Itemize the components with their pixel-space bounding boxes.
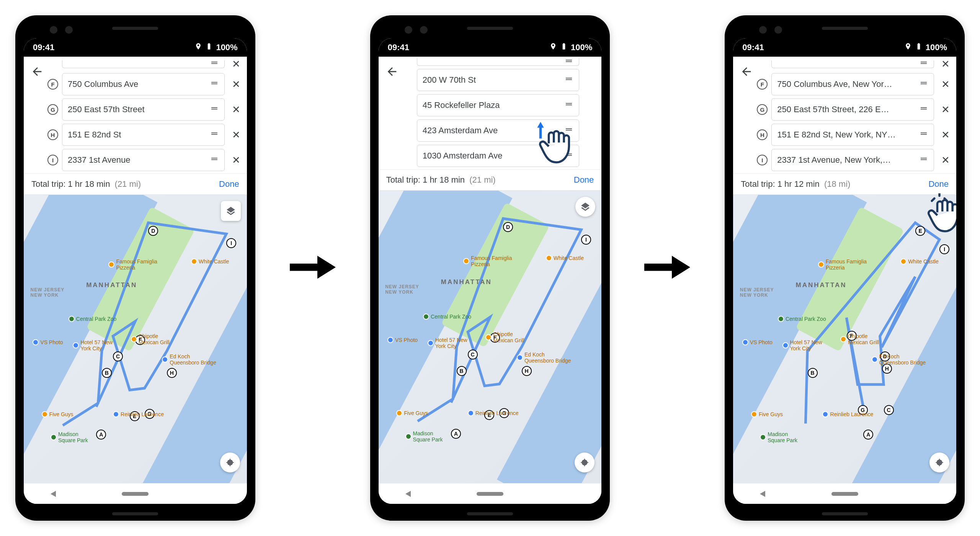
- map-pin-B[interactable]: B: [808, 368, 818, 378]
- poi-vsphoto[interactable]: VS Photo: [742, 339, 773, 345]
- stop-input[interactable]: 2337 1st Avenue: [62, 149, 225, 171]
- drag-handle-icon[interactable]: [919, 154, 928, 166]
- stop-input[interactable]: 45 Rockefeller Plaza: [417, 94, 580, 116]
- stop-input[interactable]: 1030 Amsterdam Ave: [417, 145, 580, 167]
- stop-input[interactable]: [417, 58, 580, 66]
- map-view[interactable]: ABCDEFGHIFamous Famiglia PizzeriaWhite C…: [379, 191, 602, 483]
- map-pin-H[interactable]: H: [167, 368, 177, 378]
- remove-stop-icon[interactable]: ✕: [938, 104, 953, 116]
- drag-handle-icon[interactable]: [210, 60, 219, 68]
- remove-stop-icon[interactable]: ✕: [229, 154, 244, 166]
- map-pin-D[interactable]: D: [148, 226, 158, 236]
- back-icon[interactable]: [31, 65, 44, 80]
- drag-handle-icon[interactable]: [919, 60, 928, 68]
- map-pin-I[interactable]: I: [581, 235, 591, 245]
- done-button[interactable]: Done: [928, 179, 949, 189]
- poi-edkoch[interactable]: Ed Koch Queensboro Bridge: [162, 353, 216, 366]
- map-pin-E[interactable]: E: [915, 226, 925, 236]
- nav-home-icon[interactable]: [831, 492, 858, 496]
- poi-hotel57[interactable]: Hotel 57 New York City: [782, 339, 822, 351]
- poi-madison[interactable]: Madison Square Park: [760, 431, 797, 443]
- drag-handle-icon[interactable]: [564, 58, 573, 66]
- drag-handle-icon[interactable]: [564, 74, 573, 86]
- poi-madison[interactable]: Madison Square Park: [405, 430, 443, 443]
- stop-input[interactable]: 750 Columbus Ave: [62, 73, 225, 95]
- remove-stop-icon[interactable]: ✕: [229, 58, 244, 70]
- remove-stop-icon[interactable]: ✕: [938, 129, 953, 141]
- map-pin-B[interactable]: B: [457, 366, 467, 376]
- map-pin-D[interactable]: D: [503, 222, 513, 232]
- nav-back-icon[interactable]: [760, 491, 765, 497]
- poi-cpzoo[interactable]: Central Park Zoo: [69, 316, 117, 322]
- poi-chipotle[interactable]: Chipotle Mexican Grill: [840, 333, 879, 345]
- drag-handle-icon[interactable]: [919, 78, 928, 90]
- drag-handle-icon[interactable]: [919, 129, 928, 141]
- drag-handle-icon[interactable]: [210, 129, 219, 141]
- map-pin-C[interactable]: C: [113, 351, 123, 361]
- nav-home-icon[interactable]: [122, 492, 149, 496]
- poi-fiveguys[interactable]: Five Guys: [42, 411, 74, 417]
- back-icon[interactable]: [740, 65, 753, 80]
- nav-back-icon[interactable]: [51, 491, 56, 497]
- poi-whitecastle[interactable]: White Castle: [546, 255, 584, 261]
- poi-fiveguys[interactable]: Five Guys: [396, 410, 428, 416]
- poi-chipotle[interactable]: Chipotle Mexican Grill: [485, 331, 524, 343]
- stop-input[interactable]: 151 E 82nd St, New York, NY…: [771, 124, 934, 146]
- my-location-button[interactable]: [575, 453, 595, 472]
- stop-input[interactable]: 2337 1st Avenue, New York,…: [771, 149, 934, 171]
- drag-handle-icon[interactable]: [210, 154, 219, 166]
- drag-handle-icon[interactable]: [564, 100, 573, 111]
- poi-madison[interactable]: Madison Square Park: [51, 431, 88, 443]
- my-location-button[interactable]: [220, 453, 240, 472]
- back-icon[interactable]: [385, 65, 399, 80]
- stop-input[interactable]: 423 Amsterdam Ave: [417, 119, 580, 142]
- poi-famous[interactable]: Famous Famiglia Pizzeria: [108, 258, 157, 271]
- map-pin-H[interactable]: H: [522, 366, 532, 376]
- stop-input[interactable]: 750 Columbus Ave, New Yor…: [771, 73, 934, 95]
- drag-handle-icon[interactable]: [564, 125, 573, 136]
- poi-edkoch[interactable]: Ed Koch Queensboro Bridge: [872, 353, 926, 366]
- poi-famous[interactable]: Famous Famiglia Pizzeria: [463, 255, 512, 267]
- remove-stop-icon[interactable]: ✕: [229, 129, 244, 141]
- poi-reinlieb[interactable]: Reinlieb Laurence: [113, 411, 164, 417]
- remove-stop-icon[interactable]: ✕: [229, 104, 244, 116]
- poi-reinlieb[interactable]: Reinlieb Laurence: [822, 411, 873, 417]
- map-view[interactable]: ABCDEFGHIFamous Famiglia PizzeriaWhite C…: [733, 195, 956, 483]
- nav-home-icon[interactable]: [477, 492, 503, 496]
- drag-handle-icon[interactable]: [919, 104, 928, 115]
- poi-cpzoo[interactable]: Central Park Zoo: [423, 314, 471, 320]
- map-pin-C[interactable]: C: [468, 350, 478, 360]
- poi-edkoch[interactable]: Ed Koch Queensboro Bridge: [517, 351, 571, 364]
- remove-stop-icon[interactable]: ✕: [229, 78, 244, 90]
- stop-input[interactable]: 151 E 82nd St: [62, 124, 225, 146]
- map-pin-I[interactable]: I: [226, 238, 236, 248]
- map-pin-C[interactable]: C: [884, 405, 894, 415]
- poi-fiveguys[interactable]: Five Guys: [751, 411, 783, 417]
- poi-whitecastle[interactable]: White Castle: [191, 258, 229, 265]
- poi-whitecastle[interactable]: White Castle: [900, 258, 938, 265]
- poi-chipotle[interactable]: Chipotle Mexican Grill: [131, 333, 170, 345]
- done-button[interactable]: Done: [574, 175, 594, 185]
- stop-input[interactable]: [62, 60, 225, 68]
- drag-handle-icon[interactable]: [210, 104, 219, 115]
- poi-vsphoto[interactable]: VS Photo: [33, 339, 63, 345]
- poi-famous[interactable]: Famous Famiglia Pizzeria: [818, 258, 867, 271]
- poi-hotel57[interactable]: Hotel 57 New York City: [73, 339, 113, 351]
- my-location-button[interactable]: [929, 453, 949, 472]
- done-button[interactable]: Done: [219, 179, 239, 189]
- drag-handle-icon[interactable]: [564, 150, 573, 162]
- drag-handle-icon[interactable]: [210, 78, 219, 90]
- stop-input[interactable]: 250 East 57th Street: [62, 98, 225, 121]
- remove-stop-icon[interactable]: ✕: [938, 58, 953, 70]
- remove-stop-icon[interactable]: ✕: [938, 78, 953, 90]
- poi-hotel57[interactable]: Hotel 57 New York City: [428, 337, 467, 349]
- nav-back-icon[interactable]: [405, 491, 411, 497]
- map-pin-A[interactable]: A: [451, 429, 461, 439]
- stop-input[interactable]: 250 East 57th Street, 226 E…: [771, 98, 934, 121]
- map-view[interactable]: ABCDEFGHIFamous Famiglia PizzeriaWhite C…: [24, 195, 247, 483]
- poi-reinlieb[interactable]: Reinlieb Laurence: [468, 410, 519, 416]
- remove-stop-icon[interactable]: ✕: [938, 154, 953, 166]
- poi-cpzoo[interactable]: Central Park Zoo: [778, 316, 826, 322]
- stop-input[interactable]: 200 W 70th St: [417, 69, 580, 91]
- poi-vsphoto[interactable]: VS Photo: [387, 337, 418, 343]
